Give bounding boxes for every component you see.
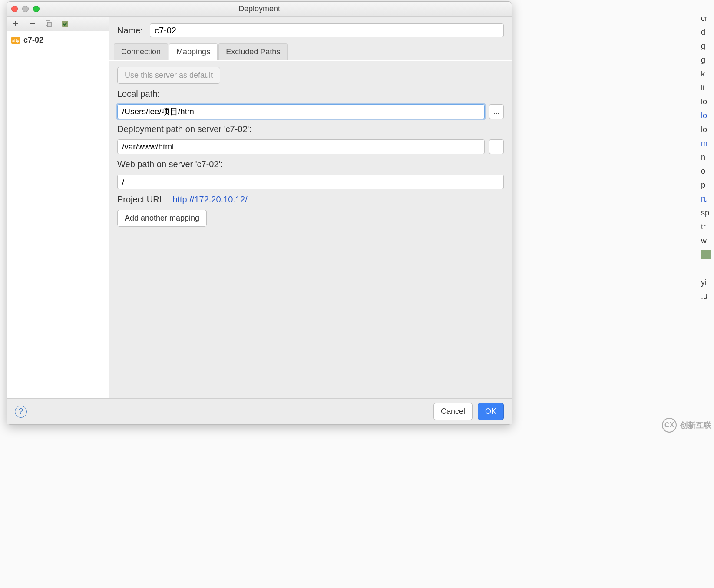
main-panel: Name: Connection Mappings Excluded Paths… (109, 17, 512, 398)
ok-button[interactable]: OK (478, 403, 504, 420)
deployment-path-browse-button[interactable]: ... (489, 139, 504, 154)
dialog-footer: ? Cancel OK (7, 398, 512, 424)
project-url-label: Project URL: (117, 195, 166, 205)
local-path-input[interactable] (117, 104, 485, 119)
bg-item-highlight (701, 250, 711, 259)
bg-item: g (701, 42, 714, 51)
local-path-label: Local path: (117, 89, 504, 99)
use-as-default-button[interactable]: Use this server as default (117, 67, 220, 84)
bg-item: lo (701, 97, 714, 106)
web-path-input[interactable] (117, 175, 504, 189)
local-path-row: ... (117, 104, 504, 119)
bg-item: yi (701, 278, 714, 287)
help-button[interactable]: ? (15, 406, 27, 418)
bg-item: sp (701, 208, 714, 218)
tabs: Connection Mappings Excluded Paths (109, 43, 512, 60)
watermark-text: 创新互联 (680, 420, 711, 430)
sftp-icon: sftp (11, 37, 20, 44)
bg-item: o (701, 167, 714, 176)
bg-item: w (701, 236, 714, 245)
bg-item: k (701, 69, 714, 79)
tree-item-label: c7-02 (23, 36, 43, 45)
tab-mappings[interactable]: Mappings (169, 43, 218, 60)
add-another-mapping-button[interactable]: Add another mapping (117, 210, 207, 227)
add-server-button[interactable] (11, 20, 20, 28)
bg-item: p (701, 181, 714, 190)
project-url-link[interactable]: http://172.20.10.12/ (172, 195, 247, 205)
validate-icon[interactable] (61, 20, 69, 28)
bg-item (701, 264, 714, 273)
copy-server-button[interactable] (44, 20, 53, 28)
web-path-row (117, 175, 504, 189)
bg-item: n (701, 153, 714, 162)
deployment-path-label: Deployment path on server 'c7-02': (117, 124, 504, 134)
bg-item: .u (701, 292, 714, 301)
mappings-form: Use this server as default Local path: .… (109, 60, 512, 233)
titlebar: Deployment (7, 2, 512, 17)
project-url-row: Project URL: http://172.20.10.12/ (117, 195, 504, 205)
remove-server-button[interactable] (28, 20, 36, 28)
dialog-body: sftp c7-02 Name: Connection Mappings Exc… (7, 17, 512, 398)
name-label: Name: (117, 26, 143, 36)
bg-item: ru (701, 195, 714, 204)
bg-right-list: cr d g g k li lo lo lo m n o p ru sp tr … (701, 14, 714, 301)
deployment-path-row: ... (117, 139, 504, 154)
deployment-path-input[interactable] (117, 139, 485, 154)
bg-item: li (701, 83, 714, 92)
bg-item: g (701, 56, 714, 65)
tree-toolbar (7, 17, 109, 31)
tab-connection[interactable]: Connection (114, 43, 168, 60)
bg-item: lo (701, 125, 714, 134)
tab-excluded-paths[interactable]: Excluded Paths (218, 43, 288, 60)
bg-item: m (701, 139, 714, 148)
bg-item: d (701, 28, 714, 37)
svg-rect-1 (47, 22, 51, 27)
local-path-browse-button[interactable]: ... (489, 104, 504, 119)
footer-buttons: Cancel OK (433, 403, 504, 420)
window-title: Deployment (7, 4, 512, 13)
tree-list: sftp c7-02 (7, 31, 109, 49)
name-input[interactable] (150, 23, 504, 37)
watermark: CX 创新互联 (662, 418, 711, 433)
cancel-button[interactable]: Cancel (433, 403, 473, 420)
server-tree: sftp c7-02 (7, 17, 109, 398)
deployment-dialog: Deployment sftp c7-02 (7, 1, 512, 425)
bg-item: tr (701, 222, 714, 231)
web-path-label: Web path on server 'c7-02': (117, 159, 504, 169)
tree-item-c7-02[interactable]: sftp c7-02 (7, 34, 109, 46)
watermark-logo-icon: CX (662, 418, 677, 433)
name-row: Name: (109, 17, 512, 43)
bg-item: cr (701, 14, 714, 23)
bg-item: lo (701, 111, 714, 120)
